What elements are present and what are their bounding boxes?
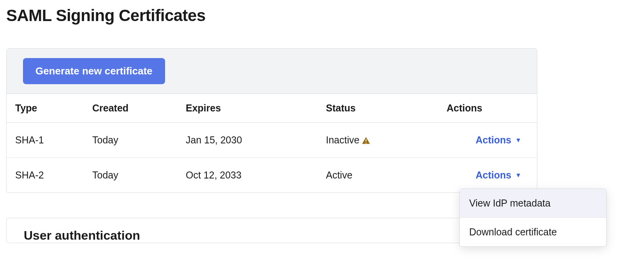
col-header-created: Created: [92, 94, 186, 123]
status-text: Inactive: [326, 134, 359, 146]
cell-type: SHA-2: [7, 158, 92, 193]
generate-new-certificate-button[interactable]: Generate new certificate: [23, 58, 165, 84]
actions-dropdown-trigger[interactable]: Actions ▼: [475, 134, 521, 146]
dropdown-item-download-certificate[interactable]: Download certificate: [460, 218, 606, 246]
col-header-expires: Expires: [186, 94, 326, 123]
status-text: Active: [326, 170, 352, 180]
col-header-actions: Actions: [447, 94, 537, 123]
section-title: User authentication: [24, 228, 140, 243]
cell-created: Today: [92, 158, 186, 193]
certificates-table: Type Created Expires Status Actions SHA-…: [7, 94, 537, 193]
cell-status: Inactive: [326, 123, 447, 158]
table-row: SHA-2 Today Oct 12, 2033 Active Actions …: [7, 158, 537, 193]
warning-icon: [362, 136, 370, 145]
cell-created: Today: [92, 123, 186, 158]
page-title: SAML Signing Certificates: [6, 6, 638, 25]
actions-label: Actions: [475, 134, 511, 146]
col-header-type: Type: [7, 94, 92, 123]
cell-status: Active: [326, 158, 447, 193]
actions-dropdown-trigger[interactable]: Actions ▼: [475, 170, 521, 181]
user-authentication-section: User authentication Edit: [6, 218, 537, 243]
cell-type: SHA-1: [7, 123, 92, 158]
chevron-down-icon: ▼: [515, 137, 521, 143]
table-row: SHA-1 Today Jan 15, 2030 Inactive Action…: [7, 123, 537, 158]
cell-expires: Oct 12, 2033: [186, 158, 326, 193]
cell-actions: Actions ▼: [447, 158, 537, 193]
cell-expires: Jan 15, 2030: [186, 123, 326, 158]
certificates-panel: Generate new certificate Type Created Ex…: [6, 48, 537, 193]
chevron-down-icon: ▼: [515, 172, 521, 178]
panel-header: Generate new certificate: [7, 49, 537, 94]
col-header-status: Status: [326, 94, 447, 123]
actions-label: Actions: [475, 170, 511, 181]
table-header-row: Type Created Expires Status Actions: [7, 94, 537, 123]
actions-dropdown-menu: View IdP metadata Download certificate: [459, 189, 607, 247]
dropdown-item-view-idp-metadata[interactable]: View IdP metadata: [460, 189, 606, 218]
cell-actions: Actions ▼: [447, 123, 537, 158]
